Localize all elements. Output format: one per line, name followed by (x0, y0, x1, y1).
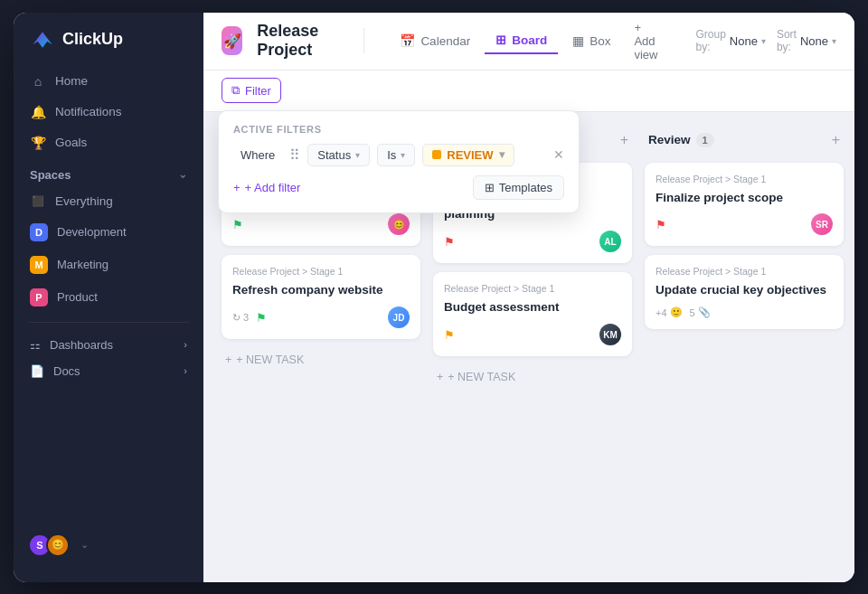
tab-calendar[interactable]: 📅 Calendar (389, 28, 481, 53)
sidebar-item-docs[interactable]: 📄 Docs › (14, 358, 203, 384)
filter-dropdown: ACTIVE FILTERS Where ⠿ Status ▾ Is ▾ REV… (218, 110, 580, 213)
meta-attachments: 5 📎 (690, 306, 711, 318)
attachment-count: 5 (690, 307, 695, 318)
card-footer: ⚑ AL (444, 231, 621, 252)
sidebar-item-home[interactable]: ⌂ Home (21, 67, 196, 96)
filter-is-chip[interactable]: Is ▾ (377, 144, 415, 166)
sidebar-item-notifications[interactable]: 🔔 Notifications (21, 98, 196, 127)
card-finalize-scope[interactable]: Release Project > Stage 1 Finalize proje… (645, 163, 844, 247)
sidebar-item-dashboards[interactable]: ⚏ Dashboards › (14, 332, 203, 358)
sidebar-user[interactable]: S 😊 ⌄ (14, 523, 203, 568)
sidebar-item-home-label: Home (55, 74, 88, 88)
chevron-right-icon: › (184, 339, 187, 350)
sidebar-item-product-label: Product (57, 290, 98, 304)
new-task-button-inprogress[interactable]: + + NEW TASK (433, 365, 632, 389)
is-label: Is (387, 148, 396, 162)
flag-icon: ⚑ (444, 328, 455, 342)
box-icon: ▦ (572, 33, 584, 48)
card-meta: ↻ 3 ⚑ (232, 311, 267, 325)
clickup-logo-icon (30, 27, 55, 52)
sidebar-item-goals-label: Goals (55, 136, 87, 149)
sidebar-item-everything-label: Everything (55, 194, 113, 208)
chevron-down-icon: ⌄ (178, 168, 187, 181)
spaces-header[interactable]: Spaces ⌄ (14, 157, 203, 187)
filter-icon: ⧉ (231, 83, 240, 98)
header-controls: Group by: None ▾ Sort by: None ▾ (695, 28, 836, 53)
card-breadcrumb: Release Project > Stage 1 (444, 283, 621, 294)
app-title: ClickUp (62, 30, 123, 49)
product-icon: P (30, 288, 48, 306)
filter-review-chip[interactable]: REVIEW ▾ (422, 144, 514, 166)
reaction-emoji: 🙂 (670, 306, 683, 318)
tab-box[interactable]: ▦ Box (561, 28, 621, 53)
board-icon: ⊞ (495, 33, 506, 47)
card-budget-assessment[interactable]: Release Project > Stage 1 Budget assessm… (433, 272, 632, 356)
sidebar-item-product[interactable]: P Product (21, 282, 196, 313)
card-footer: ⚑ KM (444, 324, 621, 345)
card-title: Update crucial key objectives (656, 282, 833, 299)
sidebar-item-goals[interactable]: 🏆 Goals (21, 128, 196, 157)
filter-status-chip[interactable]: Status ▾ (307, 144, 370, 166)
flag-icon: ⚑ (444, 235, 455, 249)
card-breadcrumb: Release Project > Stage 1 (656, 174, 833, 184)
column-inprogress-add-icon[interactable]: + (620, 132, 628, 148)
card-refresh-website[interactable]: Release Project > Stage 1 Refresh compan… (222, 255, 420, 339)
spaces-list: ⬛ Everything D Development M Marketing P… (14, 187, 203, 313)
is-chevron-icon: ▾ (401, 150, 405, 160)
templates-button[interactable]: ⊞ Templates (473, 175, 564, 200)
new-task-plus-icon: + (437, 371, 443, 383)
sort-by-control[interactable]: Sort by: None ▾ (777, 28, 836, 53)
status-label: Status (317, 148, 351, 162)
column-review-add-icon[interactable]: + (832, 132, 840, 148)
meta-reactions: +4 🙂 (656, 306, 683, 318)
flag-icon: ⚑ (256, 311, 267, 325)
sidebar-item-development[interactable]: D Development (21, 217, 196, 248)
card-breadcrumb: Release Project > Stage 1 (232, 266, 410, 277)
new-task-button-todo[interactable]: + + NEW TASK (222, 348, 420, 372)
sort-by-value: None (800, 34, 828, 48)
sidebar-logo[interactable]: ClickUp (14, 27, 203, 67)
card-avatar: SR (811, 213, 833, 235)
header-divider (363, 28, 364, 53)
card-stat-count: ↻ 3 (232, 312, 249, 324)
column-review-count: 1 (696, 133, 714, 147)
home-icon: ⌂ (30, 74, 46, 89)
sidebar-divider (28, 322, 189, 323)
tab-board[interactable]: ⊞ Board (485, 27, 558, 54)
card-key-objectives[interactable]: Release Project > Stage 1 Update crucial… (645, 255, 844, 329)
column-review: Review 1 + Release Project > Stage 1 Fin… (645, 127, 844, 330)
attachment-icon: 📎 (698, 306, 711, 318)
card-avatar: KM (599, 324, 621, 345)
active-filters-label: ACTIVE FILTERS (233, 124, 564, 135)
filter-close-icon[interactable]: ✕ (553, 147, 564, 162)
trophy-icon: 🏆 (30, 136, 46, 150)
user-chevron-icon: ⌄ (80, 539, 89, 551)
card-avatar: 😊 (388, 213, 410, 235)
group-by-chevron-icon: ▾ (761, 36, 766, 46)
sidebar-item-everything[interactable]: ⬛ Everything (21, 187, 196, 215)
column-review-title: Review (648, 133, 691, 146)
tab-box-label: Box (590, 34, 610, 48)
filter-drag-handle[interactable]: ⠿ (289, 146, 300, 164)
flag-icon: ⚑ (232, 218, 243, 231)
review-expand-icon: ▾ (499, 148, 505, 161)
sidebar: ClickUp ⌂ Home 🔔 Notifications 🏆 Goals S… (14, 13, 203, 582)
filter-button[interactable]: ⧉ Filter (222, 78, 281, 103)
sidebar-item-development-label: Development (57, 225, 127, 239)
tab-board-label: Board (512, 33, 547, 47)
new-task-plus-icon: + (225, 354, 231, 366)
add-view-button[interactable]: + Add view (625, 15, 666, 67)
add-filter-button[interactable]: + + Add filter (233, 177, 300, 198)
column-review-title-group: Review 1 (648, 133, 714, 147)
add-filter-label: + Add filter (245, 181, 301, 194)
templates-icon: ⊞ (485, 181, 495, 194)
card-footer: ⚑ SR (656, 213, 833, 235)
development-icon: D (30, 223, 48, 241)
sidebar-item-marketing[interactable]: M Marketing (21, 250, 196, 280)
filter-where-label: Where (233, 144, 282, 166)
group-by-control[interactable]: Group by: None ▾ (695, 28, 765, 53)
everything-icon: ⬛ (30, 195, 46, 207)
sort-by-chevron-icon: ▾ (832, 36, 836, 46)
avatar-stack: S 😊 (28, 533, 70, 557)
card-title: Finalize project scope (656, 190, 833, 207)
